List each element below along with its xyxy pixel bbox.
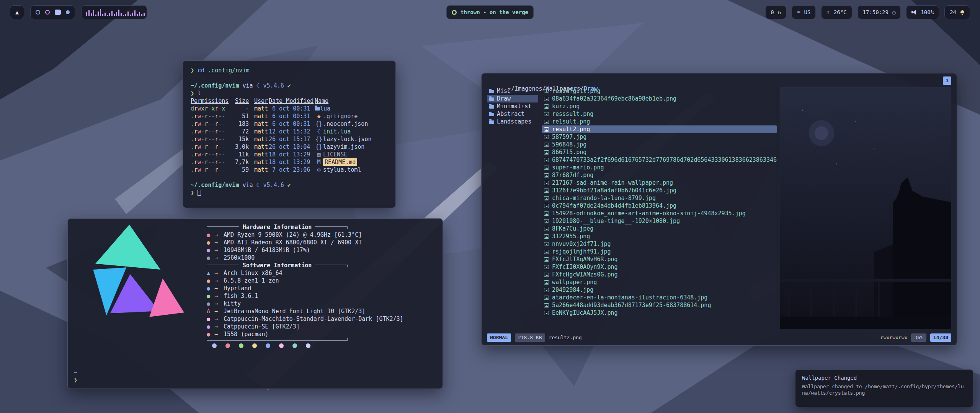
file-item[interactable]: 866715.png (542, 148, 777, 156)
file-name: rsjqojlmjhf91.jpg (552, 248, 611, 255)
software-icon: ● (207, 300, 214, 307)
file-item[interactable]: 596848.jpg (542, 141, 777, 148)
hardware-section-header: Hardware Information (207, 223, 348, 231)
temperature-module[interactable]: ☼ 26°C (821, 5, 852, 19)
arrow-icon: → (214, 307, 224, 315)
image-file-icon (544, 89, 549, 93)
file-item[interactable]: 3122955.png (542, 233, 777, 240)
workspace-button[interactable] (66, 10, 70, 14)
file-name: FXfcII0X0AQyn9X.png (552, 263, 618, 271)
sidebar-folder[interactable]: Draw (487, 95, 538, 102)
terminal-nvim-config[interactable]: ❯cd.config/nvim ~/.config/nvimvia☾v5.4.6… (183, 60, 396, 208)
file-type-icon: M (315, 158, 323, 166)
file-item[interactable]: 217167-sad-anime-rain-wallpaper.png (542, 179, 777, 187)
notification-popup[interactable]: Wallpaper Changed Wallpaper changed to /… (795, 369, 973, 407)
keyboard-layout: US (804, 9, 811, 15)
image-file-icon (544, 189, 549, 193)
file-item[interactable]: super-mario.png (542, 164, 777, 171)
file-item[interactable]: re1sult.png (542, 118, 777, 125)
file-owner: matt (249, 166, 269, 174)
file-item[interactable]: wallpaper.png (542, 278, 777, 286)
file-item[interactable]: 3126f7e9bbf21a8a4af0b67b041c6e26.jpg (542, 187, 777, 194)
file-item[interactable]: kurz.png (542, 102, 777, 110)
file-item[interactable]: chica-mirando-la-luna-8799.jpg (542, 194, 777, 202)
file-size: 51 (231, 112, 249, 120)
file-item[interactable]: 0c794faf07de24a4db4d4fb1eb813964.jpg (542, 202, 777, 210)
file-list[interactable]: ressdfgult.png 08a634fa02a32364f69ebc86a… (542, 87, 777, 329)
visualizer-bar (102, 14, 103, 16)
terminal-fetch[interactable]: Hardware Information ● → AMD Ryzen 9 590… (67, 218, 443, 389)
launcher-icon: ▲ (15, 9, 19, 16)
permissions: .rw-r--r-- (191, 120, 231, 128)
file-item[interactable]: 87r687df.png (542, 171, 777, 179)
file-item[interactable]: rsjqojlmjhf91.jpg (542, 248, 777, 255)
info-line: ● → kitty (207, 300, 436, 307)
visualizer-bar (127, 11, 129, 16)
visualizer-bar (109, 13, 110, 16)
sidebar-folder[interactable]: Abstract (487, 110, 538, 118)
ls-row: drwxr-xr-x - matt 6 oct 00:31 lua (191, 105, 388, 112)
folder-sidebar[interactable]: Misc Draw Minimalist Abstract (487, 87, 538, 329)
file-item[interactable]: ressdfgult.png (542, 87, 777, 95)
desktop: ▲ thrown - on the verge 0 ↻ ⌨ US ☼ 26°C … (0, 0, 980, 413)
file-item[interactable]: 587597.jpg (542, 133, 777, 141)
clock-module[interactable]: 17:50:29 ◷ (858, 5, 901, 19)
info-line: A → JetBrainsMono Nerd Font Light 10 [GT… (207, 307, 436, 315)
audio-visualizer[interactable] (81, 5, 147, 19)
file-item[interactable]: 20492984.jpg (542, 286, 777, 294)
file-manager[interactable]: ~/Imagenes/Wallpapers/Draw 1 Misc Draw (481, 73, 957, 346)
file-item[interactable]: 8FKa7Cu.jpeg (542, 225, 777, 233)
notifications-module[interactable]: 24 (944, 5, 970, 19)
launcher-button[interactable]: ▲ (10, 5, 24, 19)
file-item[interactable]: FXfcJlTXgAMvH6R.png (542, 255, 777, 263)
file-item[interactable]: atardecer-en-la-montanas-ilustracion-634… (542, 294, 777, 301)
file-item[interactable]: result2.png (542, 125, 777, 133)
image-file-icon (544, 311, 549, 315)
workspace-button[interactable] (45, 10, 50, 15)
info-value: AMD Ryzen 9 5900X (24) @ 4.9GHz [61.3°C] (224, 231, 362, 239)
visualizer-bar (100, 9, 101, 16)
image-file-icon (544, 181, 549, 185)
folder-icon (489, 113, 494, 116)
file-name: 0c794faf07de24a4db4d4fb1eb813964.jpg (552, 202, 676, 210)
hardware-icon: ● (207, 231, 214, 239)
file-item[interactable]: FXfcII0X0AQyn9X.png (542, 263, 777, 271)
updates-module[interactable]: 0 ↻ (765, 5, 786, 19)
file-item[interactable]: 08a634fa02a32364f69ebc86a98eb1eb.png (542, 95, 777, 102)
sidebar-folder[interactable]: Landscapes (487, 118, 538, 125)
sidebar-folder[interactable]: Misc (487, 87, 538, 95)
hardware-lines: ● → AMD Ryzen 9 5900X (24) @ 4.9GHz [61.… (207, 231, 436, 262)
via-label: via (242, 82, 253, 89)
software-icon: ▲ (207, 269, 214, 277)
thermometer-icon: ☼ (826, 9, 830, 15)
visualizer-bar (134, 10, 136, 16)
visualizer-bar (105, 13, 106, 16)
file-type-icon (315, 107, 320, 111)
file-name: resssult.png (552, 110, 593, 118)
image-file-icon (544, 219, 549, 223)
file-item[interactable]: 154928-odinokoe_anime-art-anime-okno-sin… (542, 210, 777, 217)
clock-icon: ◷ (892, 9, 895, 15)
updates-count: 0 (771, 9, 774, 15)
music-widget[interactable]: thrown - on the verge (446, 5, 534, 19)
folder-name: Minimalist (497, 102, 531, 110)
file-item[interactable]: 68747470733a2f2f696d616765732d7769786d70… (542, 156, 777, 164)
workspace-button[interactable] (55, 10, 61, 15)
file-item[interactable]: nnvuv0xj2df71.jpg (542, 240, 777, 248)
image-preview (777, 87, 951, 329)
file-item[interactable]: 5a266e448add93deab367d87173e9f25-6837886… (542, 301, 777, 309)
file-item[interactable]: 19201080-__blue-tinge__-1920×1080.jpg (542, 217, 777, 225)
file-item[interactable]: EeNKYgIUcAAJ5JX.png (542, 309, 777, 317)
image-file-icon (544, 303, 549, 307)
workspace-button[interactable] (36, 10, 40, 15)
file-item[interactable]: resssult.png (542, 110, 777, 118)
file-name: EeNKYgIUcAAJ5JX.png (552, 309, 618, 317)
permissions: -rwxrwxrwx (877, 334, 907, 341)
volume-module[interactable]: 100% (906, 5, 939, 19)
file-item[interactable]: FXfcHgcWIAMzs0G.png (542, 271, 777, 278)
folder-name: Draw (497, 95, 511, 102)
sidebar-folder[interactable]: Minimalist (487, 102, 538, 110)
file-owner: matt (249, 128, 269, 135)
info-value: 10948MiB / 64183MiB (17%) (224, 246, 310, 254)
keyboard-layout-module[interactable]: ⌨ US (792, 5, 816, 19)
